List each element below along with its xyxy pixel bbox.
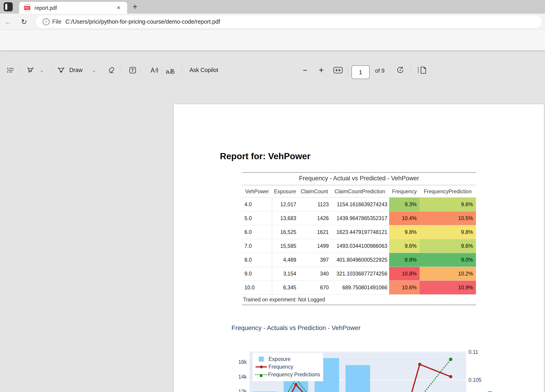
table-of-contents-icon[interactable] bbox=[6, 65, 15, 75]
toolbar-separator bbox=[410, 66, 411, 75]
column-header: FrequencyPrediction bbox=[420, 185, 476, 198]
draw-chevron-icon[interactable]: ⌄ bbox=[90, 65, 98, 75]
url-field[interactable]: i File C:/Users/prici/python-for-pricing… bbox=[36, 15, 542, 28]
translate-icon[interactable]: aあ bbox=[166, 67, 175, 75]
table-cell: 9.8% bbox=[389, 225, 420, 239]
browser-tab[interactable]: PDF report.pdf × bbox=[19, 2, 127, 14]
table-cell: 689.750801491066 bbox=[331, 281, 389, 294]
zoom-out-icon[interactable]: − bbox=[300, 65, 310, 75]
legend-item: Frequency bbox=[255, 363, 320, 371]
tab-workspaces-icon[interactable] bbox=[4, 2, 13, 11]
table-cell: 6,345 bbox=[272, 281, 298, 294]
table-cell: 9.6% bbox=[420, 239, 476, 253]
report-title: Report for: VehPower bbox=[220, 151, 310, 161]
table-cell: 10.5% bbox=[420, 211, 476, 225]
draw-pen-icon[interactable] bbox=[56, 65, 66, 75]
refresh-icon[interactable]: ↻ bbox=[19, 17, 29, 27]
toolbar-separator bbox=[51, 66, 52, 75]
text-box-icon[interactable] bbox=[128, 65, 138, 75]
table-cell: 670 bbox=[298, 281, 331, 294]
pdf-viewport[interactable]: Report for: VehPower Frequency - Actual … bbox=[0, 50, 545, 392]
table-row: 6.016,52516211623.44791977481219.8%9.8% bbox=[242, 225, 476, 239]
table-cell: 1499 bbox=[298, 239, 331, 253]
fit-to-width-icon[interactable] bbox=[333, 65, 343, 75]
left-axis-tick: 16k bbox=[238, 359, 247, 365]
table-cell: 10.9% bbox=[420, 281, 476, 294]
table-cell: 397 bbox=[298, 253, 331, 267]
table-cell: 401.80496000522925 bbox=[331, 253, 389, 267]
frequency-table: Frequency - Actual vs Predicted - VehPow… bbox=[242, 172, 476, 306]
page-view-icon[interactable] bbox=[416, 65, 427, 75]
frequency-marker bbox=[449, 375, 452, 378]
table-cell: 3,154 bbox=[272, 267, 298, 281]
url-text[interactable]: C:/Users/prici/python-for-pricing-course… bbox=[65, 18, 220, 25]
table-cell: 9.8% bbox=[420, 225, 476, 239]
toolbar-separator bbox=[181, 66, 181, 75]
workspaces-pane-glyph bbox=[5, 4, 7, 10]
table-cell: 9.3% bbox=[389, 198, 420, 211]
table-row: 5.013,68314261439.964786535231710.4%10.5… bbox=[242, 211, 476, 225]
rotate-icon[interactable] bbox=[395, 65, 405, 75]
table-cell: 10.0 bbox=[242, 281, 272, 294]
right-axis-tick: 0.11 bbox=[468, 349, 478, 355]
table-cell: 1623.4479197748121 bbox=[331, 225, 389, 239]
table-cell: 12,017 bbox=[272, 198, 298, 211]
table-title: Frequency - Actual vs Predicted - VehPow… bbox=[242, 175, 476, 182]
draw-button-label[interactable]: Draw bbox=[69, 67, 82, 73]
table-cell: 9.6% bbox=[420, 198, 476, 211]
address-bar: ← ↻ i File C:/Users/prici/python-for-pri… bbox=[0, 14, 545, 30]
left-axis-tick: 12k bbox=[238, 389, 247, 392]
legend-item: Frequency Predictions bbox=[255, 371, 320, 378]
toolbar-separator bbox=[161, 66, 161, 75]
eraser-icon[interactable] bbox=[106, 65, 117, 75]
toolbar-separator bbox=[390, 66, 390, 75]
page-count-label: of 9 bbox=[375, 67, 385, 74]
info-icon[interactable]: i bbox=[43, 18, 50, 25]
tab-bar: PDF report.pdf × + bbox=[0, 0, 545, 14]
column-header: Frequency bbox=[389, 185, 420, 198]
highlighter-chevron-icon[interactable]: ⌄ bbox=[38, 65, 45, 75]
column-header: ClaimCount bbox=[298, 185, 331, 198]
table-footnote: Trained on experiment: Not Logged bbox=[243, 297, 325, 303]
table-row: 4.012,01711231154.16166392742439.3%9.6% bbox=[242, 198, 476, 211]
frequency-marker bbox=[418, 363, 421, 366]
table-cell: 1123 bbox=[298, 198, 331, 211]
table-cell: 9.0% bbox=[420, 253, 476, 267]
table-cell: 4,489 bbox=[272, 253, 298, 267]
table-cell: 1426 bbox=[298, 211, 331, 225]
tab-title: report.pdf bbox=[35, 5, 57, 11]
column-header: VehPower bbox=[242, 185, 272, 198]
table-cell: 8.0 bbox=[242, 253, 272, 267]
url-scheme-label: File bbox=[52, 18, 61, 25]
tab-close-icon[interactable]: × bbox=[114, 4, 123, 12]
page-number-input[interactable]: 1 bbox=[352, 65, 370, 79]
pdf-toolbar: ⌄ Draw ⌄ aあ Ask Copilot − + 1 of 9 bbox=[0, 30, 545, 50]
table-cell: 1493.0344100986063 bbox=[331, 239, 389, 253]
legend-label: Exposure bbox=[268, 356, 291, 362]
frequency-swatch-icon bbox=[255, 366, 267, 368]
new-tab-button[interactable]: + bbox=[130, 2, 139, 11]
back-icon[interactable]: ← bbox=[3, 17, 13, 27]
exposure-bar bbox=[346, 365, 370, 392]
table-cell: 9.0 bbox=[242, 267, 272, 281]
prediction-swatch-icon bbox=[255, 374, 267, 375]
zoom-in-icon[interactable]: + bbox=[316, 65, 326, 75]
table-row: 8.04,489397401.804960005229258.8%9.0% bbox=[242, 253, 476, 267]
column-header: Exposure bbox=[272, 185, 298, 198]
toolbar-separator bbox=[141, 66, 141, 75]
highlighter-icon[interactable] bbox=[25, 65, 35, 75]
table-cell: 340 bbox=[298, 267, 331, 281]
read-aloud-icon[interactable] bbox=[149, 65, 160, 75]
table-cell: 1154.1616639274243 bbox=[331, 198, 389, 211]
frequency-marker bbox=[294, 383, 297, 386]
pdf-badge-label: PDF bbox=[24, 6, 30, 10]
legend-item: Exposure bbox=[255, 355, 320, 363]
right-axis-tick: 0.105 bbox=[468, 377, 482, 383]
table-cell: 321.10336877274256 bbox=[331, 267, 389, 281]
column-header: ClaimCountPrediction bbox=[331, 185, 389, 198]
frequency-prediction-marker bbox=[449, 358, 452, 361]
ask-copilot-button[interactable]: Ask Copilot bbox=[189, 67, 218, 73]
toolbar-separator bbox=[20, 66, 21, 75]
pdf-file-icon: PDF bbox=[24, 4, 31, 11]
chart-title: Frequency - Actuals vs Prediction - VehP… bbox=[231, 324, 360, 331]
